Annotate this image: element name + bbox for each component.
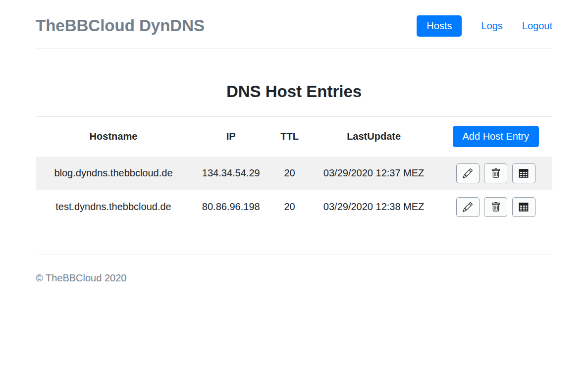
lastupdate-cell: 03/29/2020 12:37 MEZ	[309, 157, 439, 190]
main-nav: Hosts Logs Logout	[417, 15, 552, 37]
dns-host-table: Hostname IP TTL LastUpdate Add Host Entr…	[36, 116, 552, 224]
host-table-row: test.dyndns.thebbcloud.de 80.86.96.198 2…	[36, 190, 552, 224]
lastupdate-cell: 03/29/2020 12:38 MEZ	[309, 190, 439, 224]
ip-cell: 80.86.96.198	[191, 190, 271, 224]
ttl-cell: 20	[271, 157, 309, 190]
trash-icon	[491, 202, 501, 212]
col-header-ttl: TTL	[271, 117, 309, 157]
hostname-cell: test.dyndns.thebbcloud.de	[36, 190, 191, 224]
header-divider	[36, 49, 552, 49]
nav-logout[interactable]: Logout	[503, 20, 552, 32]
add-host-entry-button[interactable]: Add Host Entry	[453, 126, 539, 147]
pencil-icon	[463, 202, 473, 212]
actions-cell	[439, 190, 552, 224]
footer-divider	[36, 255, 552, 255]
col-header-actions: Add Host Entry	[439, 117, 552, 157]
edit-host-button[interactable]	[456, 197, 480, 217]
host-details-button[interactable]	[512, 163, 535, 183]
delete-host-button[interactable]	[484, 163, 507, 183]
page-title: DNS Host Entries	[36, 82, 552, 102]
col-header-lastupdate: LastUpdate	[309, 117, 439, 157]
col-header-ip: IP	[191, 117, 271, 157]
ttl-cell: 20	[271, 190, 309, 224]
col-header-hostname: Hostname	[36, 117, 191, 157]
app-header: TheBBCloud DynDNS Hosts Logs Logout	[36, 0, 552, 49]
host-table-body: blog.dyndns.thebbcloud.de 134.34.54.29 2…	[36, 157, 552, 224]
footer-copyright: © TheBBCloud 2020	[36, 272, 552, 284]
hostname-cell: blog.dyndns.thebbcloud.de	[36, 157, 191, 190]
table-header: Hostname IP TTL LastUpdate Add Host Entr…	[36, 117, 552, 157]
host-table-row: blog.dyndns.thebbcloud.de 134.34.54.29 2…	[36, 157, 552, 190]
table-icon	[519, 168, 529, 178]
edit-host-button[interactable]	[456, 163, 480, 183]
ip-cell: 134.34.54.29	[191, 157, 271, 190]
nav-logs[interactable]: Logs	[462, 20, 502, 32]
pencil-icon	[463, 168, 473, 178]
host-details-button[interactable]	[512, 197, 535, 217]
delete-host-button[interactable]	[484, 197, 507, 217]
app-title: TheBBCloud DynDNS	[36, 15, 205, 37]
page-container: TheBBCloud DynDNS Hosts Logs Logout DNS …	[36, 0, 552, 284]
trash-icon	[491, 168, 501, 178]
actions-cell	[439, 157, 552, 190]
table-icon	[519, 202, 529, 212]
nav-hosts[interactable]: Hosts	[417, 15, 462, 37]
